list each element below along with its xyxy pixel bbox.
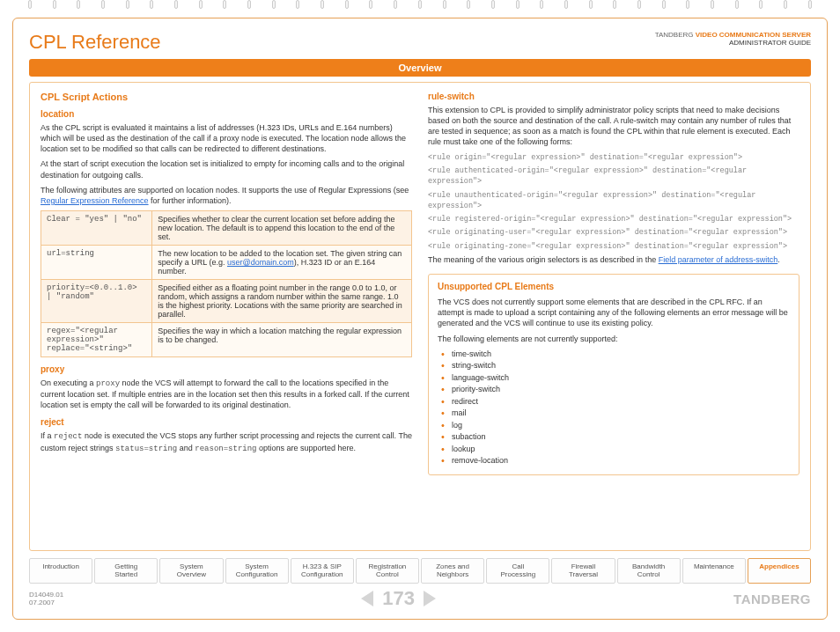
rule-form: <rule originating-user="<regular express… bbox=[428, 227, 799, 238]
rule-form: <rule unauthenticated-origin="<regular e… bbox=[428, 190, 799, 212]
reject-p: If a reject node is executed the VCS sto… bbox=[41, 430, 412, 453]
link-user-domain[interactable]: user@domain.com bbox=[227, 258, 294, 267]
right-column: rule-switch This extension to CPL is pro… bbox=[428, 92, 799, 541]
attr-key: Clear = "yes" | "no" bbox=[41, 210, 152, 245]
doc-id: D14049.01 bbox=[29, 591, 63, 599]
tab-maintenance[interactable]: Maintenance bbox=[682, 558, 746, 584]
rule-switch-p2: The meaning of the various origin select… bbox=[428, 254, 799, 265]
rule-switch-p1: This extension to CPL is provided to sim… bbox=[428, 105, 799, 148]
brand-logo: TANDBERG bbox=[733, 592, 811, 606]
tab-registration-control[interactable]: Registration Control bbox=[356, 558, 419, 584]
tab-firewall-traversal[interactable]: Firewall Traversal bbox=[551, 558, 615, 584]
attr-desc: The new location to be added to the loca… bbox=[152, 245, 412, 279]
attr-key: priority=<0.0..1.0> | "random" bbox=[41, 279, 152, 322]
location-p3: The following attributes are supported o… bbox=[41, 185, 412, 206]
attr-desc: Specified either as a floating point num… bbox=[152, 279, 412, 322]
link-field-parameter[interactable]: Field parameter of address-switch bbox=[659, 255, 778, 264]
page-frame: CPL Reference TANDBERG VIDEO COMMUNICATI… bbox=[12, 18, 828, 620]
rule-form: <rule authenticated-origin="<regular exp… bbox=[428, 165, 799, 187]
table-row: priority=<0.0..1.0> | "random" Specified… bbox=[41, 279, 412, 322]
footer-left: D14049.01 07.2007 bbox=[29, 591, 63, 606]
attr-desc: Specifies the way in which a location ma… bbox=[152, 322, 412, 356]
tab-getting-started[interactable]: Getting Started bbox=[94, 558, 158, 584]
tab-bandwidth-control[interactable]: Bandwidth Control bbox=[617, 558, 681, 584]
left-column: CPL Script Actions location As the CPL s… bbox=[41, 92, 412, 541]
page-title: CPL Reference bbox=[29, 31, 161, 54]
overview-bar: Overview bbox=[29, 59, 811, 77]
tab-system-overview[interactable]: System Overview bbox=[159, 558, 223, 584]
next-page-icon[interactable] bbox=[424, 591, 436, 606]
heading-rule-switch: rule-switch bbox=[428, 92, 799, 101]
tab-call-processing[interactable]: Call Processing bbox=[486, 558, 549, 584]
unsupported-p1: The VCS does not currently support some … bbox=[438, 297, 790, 328]
list-item: priority-switch bbox=[441, 384, 790, 396]
list-item: language-switch bbox=[441, 372, 790, 385]
list-item: log bbox=[441, 420, 790, 432]
header-meta: TANDBERG VIDEO COMMUNICATION SERVER ADMI… bbox=[655, 31, 811, 47]
tab-system-configuration[interactable]: System Configuration bbox=[225, 558, 289, 584]
attr-key: regex="<regular expression>" replace="<s… bbox=[41, 322, 152, 356]
section-cpl-actions: CPL Script Actions bbox=[41, 92, 412, 102]
tab-introduction[interactable]: Introduction bbox=[29, 558, 92, 584]
tab-zones-neighbors[interactable]: Zones and Neighbors bbox=[421, 558, 484, 584]
list-item: mail bbox=[441, 408, 790, 420]
unsupported-list: time-switch string-switch language-switc… bbox=[438, 349, 790, 467]
heading-proxy: proxy bbox=[41, 364, 412, 374]
content: CPL Script Actions location As the CPL s… bbox=[29, 82, 811, 551]
attr-desc: Specifies whether to clear the current l… bbox=[152, 210, 412, 245]
doc-date: 07.2007 bbox=[29, 599, 63, 606]
link-regex-reference[interactable]: Regular Expression Reference bbox=[41, 196, 149, 205]
unsupported-box: Unsupported CPL Elements The VCS does no… bbox=[428, 274, 799, 475]
unsupported-p2: The following elements are not currently… bbox=[438, 334, 790, 344]
heading-reject: reject bbox=[41, 417, 412, 427]
spiral-binding bbox=[0, 0, 840, 14]
header: CPL Reference TANDBERG VIDEO COMMUNICATI… bbox=[29, 31, 811, 54]
heading-location: location bbox=[41, 109, 412, 119]
heading-unsupported: Unsupported CPL Elements bbox=[438, 282, 790, 291]
page-number: 173 bbox=[382, 587, 415, 610]
footer: D14049.01 07.2007 173 TANDBERG bbox=[29, 587, 811, 610]
tab-appendices[interactable]: Appendices bbox=[748, 558, 811, 584]
prev-page-icon[interactable] bbox=[361, 591, 373, 606]
pager: 173 bbox=[361, 587, 436, 610]
table-row: Clear = "yes" | "no" Specifies whether t… bbox=[41, 210, 412, 245]
attr-key: url=string bbox=[41, 245, 152, 279]
product-name: VIDEO COMMUNICATION SERVER bbox=[696, 31, 811, 39]
list-item: redirect bbox=[441, 396, 790, 408]
location-p2: At the start of script execution the loc… bbox=[41, 158, 412, 180]
list-item: time-switch bbox=[441, 349, 790, 361]
list-item: subaction bbox=[441, 431, 790, 444]
nav-tabs: Introduction Getting Started System Over… bbox=[29, 558, 811, 584]
tab-h323-sip[interactable]: H.323 & SIP Configuration bbox=[291, 558, 354, 584]
list-item: lookup bbox=[441, 444, 790, 456]
rule-form: <rule originating-zone="<regular express… bbox=[428, 241, 799, 252]
product-prefix: TANDBERG bbox=[655, 31, 694, 39]
rule-form: <rule origin="<regular expression>" dest… bbox=[428, 152, 799, 163]
proxy-p: On executing a proxy node the VCS will a… bbox=[41, 378, 412, 410]
table-row: url=string The new location to be added … bbox=[41, 245, 412, 279]
table-row: regex="<regular expression>" replace="<s… bbox=[41, 322, 412, 356]
header-subtitle: ADMINISTRATOR GUIDE bbox=[655, 39, 811, 47]
list-item: remove-location bbox=[441, 455, 790, 467]
location-p1: As the CPL script is evaluated it mainta… bbox=[41, 122, 412, 154]
rule-form: <rule registered-origin="<regular expres… bbox=[428, 214, 799, 224]
location-attributes-table: Clear = "yes" | "no" Specifies whether t… bbox=[41, 210, 412, 357]
list-item: string-switch bbox=[441, 360, 790, 372]
